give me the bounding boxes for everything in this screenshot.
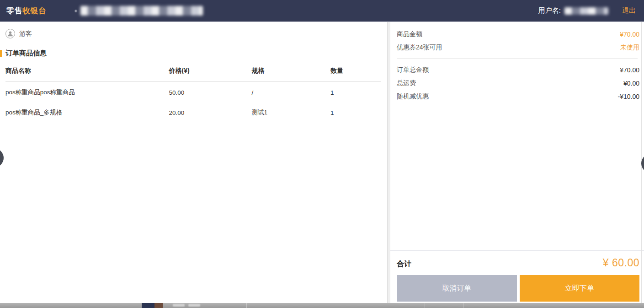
main-content: 游客 订单商品信息 商品名称 价格(¥) 规格 数量 pos称重商品pos称重商… xyxy=(0,22,644,303)
topbar: 零售收银台 用户名: 退出 xyxy=(0,0,644,22)
summary-spacer xyxy=(390,103,644,250)
cell-product-name: pos称重商品_多规格 xyxy=(5,108,169,117)
shipping-label: 总运费 xyxy=(397,79,416,87)
taskbar-divider xyxy=(246,303,247,308)
taskbar-strip xyxy=(0,303,644,308)
col-header-product-name: 商品名称 xyxy=(5,67,169,75)
taskbar-text-smudge xyxy=(188,304,200,307)
total-section: 合计 ¥ 60.00 xyxy=(390,250,644,269)
shipping-value: ¥0.00 xyxy=(623,80,639,87)
app-title-suffix: 收银台 xyxy=(22,6,47,15)
summary-row-amount: 商品金额 ¥70.00 xyxy=(397,27,639,41)
coupon-status[interactable]: 未使用 xyxy=(620,43,639,52)
submit-order-button[interactable]: 立即下单 xyxy=(520,275,640,302)
username-redacted xyxy=(564,7,608,15)
section-title: 订单商品信息 xyxy=(0,49,387,58)
app-title-prefix: 零售 xyxy=(6,6,22,15)
amount-label: 商品金额 xyxy=(397,30,422,38)
store-name xyxy=(75,6,203,16)
summary-row-coupon[interactable]: 优惠券24张可用 未使用 xyxy=(397,41,639,54)
store-name-dot xyxy=(75,10,77,12)
table-row: pos称重商品pos称重商品 50.00 / 1 xyxy=(5,82,381,102)
username-label: 用户名: xyxy=(538,6,561,15)
customer-name: 游客 xyxy=(19,30,32,38)
cell-quantity: 1 xyxy=(330,109,381,116)
taskbar-thumbnail xyxy=(142,303,163,308)
taskbar-text-smudge xyxy=(173,304,185,307)
cancel-order-button[interactable]: 取消订单 xyxy=(397,275,517,302)
logout-button[interactable]: 退出 xyxy=(622,6,636,15)
order-total-label: 订单总金额 xyxy=(397,66,429,74)
summary-top: 商品金额 ¥70.00 优惠券24张可用 未使用 xyxy=(390,22,644,54)
order-items-panel: 游客 订单商品信息 商品名称 价格(¥) 规格 数量 pos称重商品pos称重商… xyxy=(0,22,388,303)
table-header-row: 商品名称 价格(¥) 规格 数量 xyxy=(5,67,381,82)
user-area: 用户名: xyxy=(538,6,608,15)
user-avatar-icon xyxy=(5,29,15,38)
col-header-spec: 规格 xyxy=(251,67,330,75)
cell-price: 20.00 xyxy=(169,109,252,116)
discount-label: 随机减优惠 xyxy=(397,92,429,101)
cell-spec: 测试1 xyxy=(251,108,330,117)
table-row: pos称重商品_多规格 20.00 测试1 1 xyxy=(5,102,381,122)
store-name-redacted xyxy=(80,6,203,16)
coupon-label: 优惠券24张可用 xyxy=(397,43,442,52)
summary-divider xyxy=(397,58,638,59)
cell-product-name: pos称重商品pos称重商品 xyxy=(5,88,169,97)
order-items-table: 商品名称 价格(¥) 规格 数量 pos称重商品pos称重商品 50.00 / … xyxy=(5,67,381,122)
summary-row-shipping: 总运费 ¥0.00 xyxy=(397,76,639,90)
summary-row-discount: 随机减优惠 -¥10.00 xyxy=(397,90,639,103)
section-title-text: 订单商品信息 xyxy=(5,49,47,58)
total-label: 合计 xyxy=(397,259,411,269)
col-header-price: 价格(¥) xyxy=(169,67,252,75)
cell-spec: / xyxy=(251,89,330,96)
cell-price: 50.00 xyxy=(169,89,252,96)
order-summary-panel: 商品金额 ¥70.00 优惠券24张可用 未使用 订单总金额 ¥70.00 总运… xyxy=(390,22,644,303)
discount-value: -¥10.00 xyxy=(618,93,639,100)
taskbar-divider xyxy=(425,303,425,308)
col-header-quantity: 数量 xyxy=(330,67,381,75)
taskbar-divider xyxy=(463,303,463,308)
action-buttons: 取消订单 立即下单 xyxy=(397,275,639,302)
total-value: ¥ 60.00 xyxy=(603,257,639,269)
amount-value: ¥70.00 xyxy=(620,31,639,38)
cell-quantity: 1 xyxy=(330,89,381,96)
order-total-value: ¥70.00 xyxy=(620,66,639,74)
summary-row-order-total: 订单总金额 ¥70.00 xyxy=(397,63,639,76)
app-title: 零售收银台 xyxy=(6,5,47,16)
summary-bottom: 订单总金额 ¥70.00 总运费 ¥0.00 随机减优惠 -¥10.00 xyxy=(390,62,644,103)
section-title-accent-bar xyxy=(0,50,2,57)
customer-row: 游客 xyxy=(5,29,387,38)
total-row: 合计 ¥ 60.00 xyxy=(397,257,639,269)
